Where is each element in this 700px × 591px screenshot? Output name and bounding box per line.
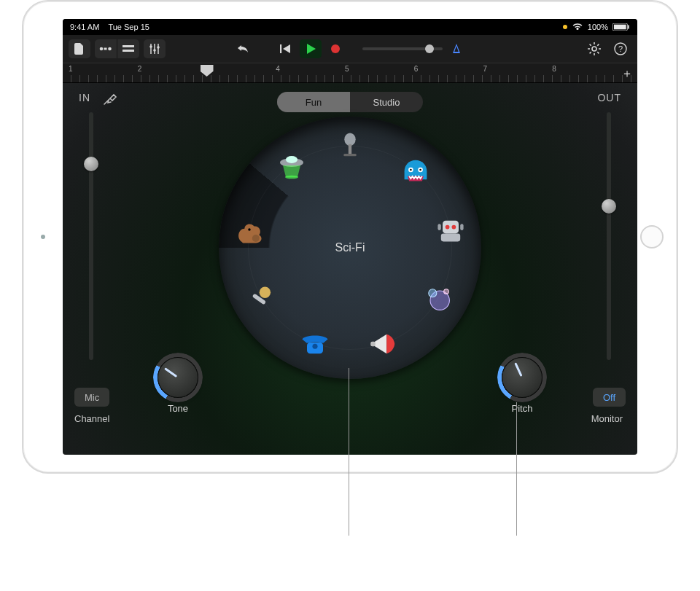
document-icon bbox=[74, 43, 85, 55]
ruler-subticks bbox=[63, 75, 637, 82]
master-volume-slider[interactable] bbox=[362, 47, 443, 50]
undo-icon bbox=[237, 44, 250, 54]
svg-point-8 bbox=[149, 45, 152, 48]
undo-button[interactable] bbox=[233, 39, 254, 58]
svg-point-10 bbox=[157, 46, 160, 49]
segment-studio[interactable]: Studio bbox=[350, 92, 423, 112]
svg-point-9 bbox=[153, 49, 156, 52]
tracks-button[interactable] bbox=[117, 39, 139, 58]
wifi-icon bbox=[572, 23, 583, 31]
svg-point-26 bbox=[451, 224, 456, 229]
voice-wheel[interactable]: Sci-Fi bbox=[219, 117, 481, 379]
record-button[interactable] bbox=[324, 39, 346, 58]
monitor-label: Monitor bbox=[591, 413, 623, 424]
screen: 9:41 AM Tue Sep 15 100% bbox=[63, 19, 637, 455]
browser-icon bbox=[99, 44, 112, 53]
ruler-tick: 7 bbox=[483, 65, 488, 84]
svg-point-37 bbox=[248, 228, 251, 231]
ruler-tick: 1 bbox=[69, 65, 73, 84]
svg-point-31 bbox=[444, 289, 449, 294]
svg-point-41 bbox=[285, 176, 298, 179]
voice-mode-segment[interactable]: Fun Studio bbox=[277, 92, 423, 112]
svg-point-30 bbox=[429, 289, 437, 297]
help-button[interactable]: ? bbox=[610, 39, 631, 58]
track-controls-button[interactable] bbox=[144, 39, 166, 58]
channel-label: Channel bbox=[74, 413, 109, 424]
voice-ufo[interactable] bbox=[271, 144, 312, 184]
svg-rect-28 bbox=[460, 224, 463, 230]
status-left: 9:41 AM Tue Sep 15 bbox=[70, 23, 149, 31]
svg-rect-7 bbox=[122, 50, 134, 52]
svg-rect-32 bbox=[370, 341, 376, 346]
svg-point-38 bbox=[252, 235, 260, 242]
metronome-icon bbox=[451, 43, 462, 55]
mic-channel-chip[interactable]: Mic bbox=[74, 388, 109, 407]
monitor-toggle[interactable]: Off bbox=[593, 388, 626, 407]
battery-percent: 100% bbox=[588, 23, 608, 31]
voice-microphone[interactable] bbox=[330, 125, 370, 166]
voice-telephone[interactable] bbox=[295, 324, 335, 364]
pitch-knob-arc bbox=[497, 353, 547, 402]
home-button[interactable] bbox=[640, 225, 664, 248]
location-dot-icon bbox=[563, 25, 567, 29]
settings-button[interactable] bbox=[583, 39, 605, 58]
pitch-knob[interactable] bbox=[502, 357, 542, 398]
voice-monster[interactable] bbox=[395, 149, 436, 190]
voice-robot[interactable] bbox=[430, 210, 471, 251]
svg-rect-6 bbox=[122, 45, 134, 47]
segment-fun[interactable]: Fun bbox=[277, 92, 350, 112]
svg-point-22 bbox=[419, 168, 421, 171]
svg-rect-11 bbox=[280, 44, 281, 53]
ipad-frame: 9:41 AM Tue Sep 15 100% bbox=[22, 0, 678, 474]
output-level-slider[interactable] bbox=[607, 112, 611, 360]
svg-rect-4 bbox=[104, 48, 107, 50]
svg-point-3 bbox=[100, 47, 104, 51]
svg-point-21 bbox=[410, 168, 412, 171]
timeline-ruler[interactable]: ＋ 12345678 bbox=[63, 63, 637, 83]
ruler-tick: 4 bbox=[276, 65, 280, 84]
main-area: Fun Studio IN OUT Tone bbox=[63, 83, 637, 455]
status-time: 9:41 AM bbox=[70, 23, 99, 31]
tracks-icon bbox=[122, 44, 134, 53]
ruler-tick: 5 bbox=[345, 65, 349, 84]
callout-line-wheel bbox=[349, 368, 349, 536]
svg-text:?: ? bbox=[618, 44, 623, 53]
output-label: OUT bbox=[597, 92, 621, 103]
voice-gold-mic[interactable] bbox=[241, 278, 282, 319]
callout-line-pitch bbox=[516, 402, 517, 536]
svg-rect-2 bbox=[628, 26, 629, 29]
browser-button[interactable] bbox=[95, 39, 117, 58]
voice-squirrel[interactable] bbox=[229, 210, 270, 251]
metronome-button[interactable] bbox=[446, 39, 467, 58]
voice-bullhorn[interactable] bbox=[365, 324, 405, 364]
record-icon bbox=[330, 44, 341, 54]
toolbar: ? bbox=[63, 35, 637, 63]
view-toggle bbox=[95, 39, 139, 58]
transport-controls bbox=[233, 39, 467, 58]
tone-knob[interactable] bbox=[158, 357, 198, 398]
toolbar-right: ? bbox=[583, 39, 631, 58]
play-icon bbox=[306, 44, 316, 54]
play-button[interactable] bbox=[300, 39, 322, 58]
my-songs-button[interactable] bbox=[69, 39, 90, 58]
voice-bubbles[interactable] bbox=[418, 278, 459, 319]
ruler-tick: 2 bbox=[138, 65, 142, 84]
svg-point-25 bbox=[446, 224, 450, 229]
svg-rect-27 bbox=[438, 224, 440, 230]
svg-rect-24 bbox=[441, 233, 460, 241]
svg-rect-18 bbox=[343, 154, 357, 156]
svg-rect-23 bbox=[443, 220, 459, 233]
tone-knob-arc bbox=[153, 353, 203, 402]
input-level-slider[interactable] bbox=[89, 112, 93, 360]
svg-point-16 bbox=[344, 133, 355, 146]
svg-point-5 bbox=[108, 47, 112, 51]
pitch-knob-label: Pitch bbox=[500, 403, 544, 414]
add-section-button[interactable]: ＋ bbox=[621, 66, 633, 82]
tone-knob-label: Tone bbox=[156, 403, 200, 414]
front-camera bbox=[41, 235, 45, 239]
svg-point-34 bbox=[313, 343, 318, 348]
status-right: 100% bbox=[563, 23, 630, 31]
rewind-button[interactable] bbox=[275, 39, 297, 58]
input-plug-icon[interactable] bbox=[102, 90, 118, 109]
gear-icon bbox=[588, 42, 601, 55]
